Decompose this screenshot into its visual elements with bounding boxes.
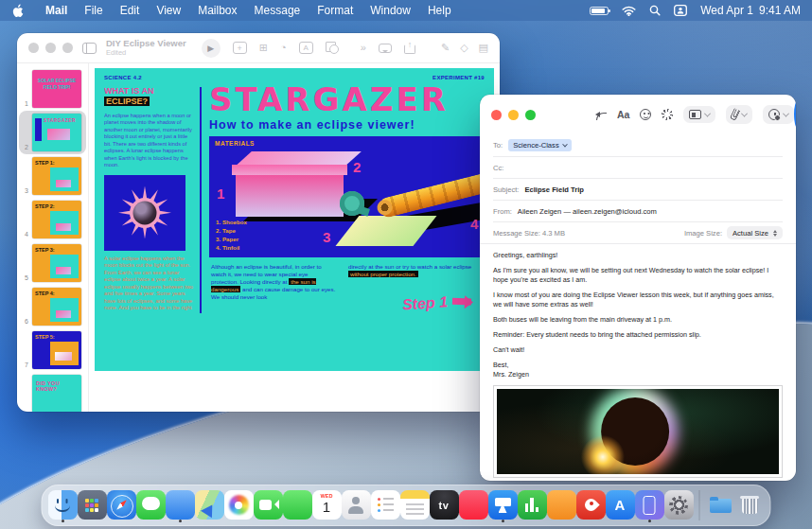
comment-icon[interactable] [379, 44, 392, 53]
slide-thumbnail-preview[interactable]: SOLAR ECLIPSE FIELD TRIP! [32, 70, 81, 108]
dock-app[interactable] [372, 489, 399, 521]
slide-thumbnail[interactable]: DID YOU KNOW? [19, 372, 86, 412]
slide-thumbnail-preview[interactable]: DID YOU KNOW? [32, 375, 81, 412]
keynote-window[interactable]: DIY Eclipse Viewer Edited ▶ + ⊞ ◔ A » ✎ … [17, 33, 500, 412]
battery-status[interactable] [590, 7, 609, 15]
dock-app[interactable] [49, 489, 77, 521]
shape-icon[interactable] [326, 42, 339, 54]
spotlight-search[interactable] [649, 5, 661, 16]
more-icon[interactable]: » [361, 43, 366, 53]
dock-app[interactable] [284, 489, 311, 521]
slide-title[interactable]: STARGAZER [209, 83, 485, 115]
menu-item[interactable]: File [76, 0, 111, 21]
cc-field[interactable]: Cc: [493, 156, 783, 178]
slide-thumbnail[interactable]: 5 STEP 3: [19, 241, 86, 285]
dock-app[interactable] [519, 489, 546, 521]
slide-thumbnail[interactable]: 4 STEP 2: [19, 198, 86, 241]
slide-thumbnail[interactable]: 3 STEP 1: [19, 154, 86, 198]
add-slide-button[interactable]: + [233, 42, 247, 54]
dock-app[interactable]: Wed 1 [313, 489, 341, 521]
sun-illustration-box[interactable] [104, 175, 185, 251]
menu-item[interactable]: Mailbox [189, 0, 245, 21]
attach-button[interactable] [726, 105, 752, 124]
animate-icon[interactable]: ◇ [460, 43, 468, 53]
zoom-button[interactable] [62, 43, 73, 53]
menu-item[interactable]: Window [362, 0, 419, 21]
sidebar-toggle-icon[interactable] [82, 43, 97, 54]
materials-box[interactable]: MATERIALS 1234 [209, 136, 485, 257]
dock-app[interactable] [108, 489, 135, 521]
dock-app[interactable] [137, 489, 165, 521]
window-controls[interactable] [491, 110, 536, 120]
zoom-button[interactable] [525, 110, 536, 120]
slide-subtitle[interactable]: How to make an eclipse viewer! [209, 118, 485, 132]
menu-item[interactable]: Help [419, 0, 460, 21]
send-later-button[interactable] [763, 105, 794, 124]
photo-browser-button[interactable] [683, 106, 715, 123]
dock-app[interactable] [489, 489, 517, 521]
slide-editor[interactable]: SCIENCE 4.2 EXPERIMENT #19 WHAT IS AN EC… [95, 68, 494, 371]
close-button[interactable] [28, 43, 39, 53]
dock-app[interactable] [196, 489, 223, 521]
to-field[interactable]: To: Science-Class [493, 134, 783, 156]
dock-app[interactable] [548, 489, 575, 521]
dock-app[interactable] [636, 489, 663, 521]
dock-app[interactable] [665, 489, 693, 521]
message-body-editor[interactable]: Greetings, earthlings!As I'm sure you al… [480, 243, 796, 379]
minimize-button[interactable] [45, 43, 56, 53]
mail-compose-window[interactable]: Aa ↑ To: Science-Class Cc: Subject: Ecli… [480, 95, 796, 481]
dock-app[interactable] [707, 489, 734, 521]
format-button[interactable]: Aa [617, 109, 629, 120]
dock-app[interactable] [401, 489, 429, 521]
slide-navigator[interactable]: 1 SOLAR ECLIPSE FIELD TRIP! 2 STARGAZER … [17, 63, 89, 412]
close-button[interactable] [491, 110, 502, 120]
recipient-token[interactable]: Science-Class [508, 139, 572, 151]
menu-clock[interactable]: Wed Apr 1 9:41 AM [700, 4, 801, 17]
play-button[interactable]: ▶ [202, 39, 221, 58]
minimize-button[interactable] [508, 110, 519, 120]
markup-icon[interactable] [662, 109, 673, 120]
text-icon[interactable]: A [299, 42, 313, 54]
slide-thumbnail[interactable]: 6 STEP 4: [19, 285, 86, 328]
menu-item[interactable]: Message [246, 0, 309, 21]
slide-thumbnail[interactable]: 1 SOLAR ECLIPSE FIELD TRIP! [19, 67, 86, 111]
emoji-icon[interactable] [640, 109, 651, 120]
user-switch-menu[interactable] [674, 5, 687, 16]
slide-thumbnail-preview[interactable]: STEP 3: [32, 244, 81, 282]
menu-item-app[interactable]: Mail [37, 0, 76, 21]
menu-item[interactable]: Format [309, 0, 362, 21]
slide-left-column[interactable]: WHAT IS AN ECLIPSE? An eclipse happens w… [104, 83, 194, 313]
slide-thumbnail-preview[interactable]: STEP 2: [32, 201, 81, 238]
slide-thumbnail-preview[interactable]: STEP 1: [32, 157, 81, 195]
slide-thumbnail[interactable]: 2 STARGAZER [19, 111, 86, 154]
send-button[interactable]: ↑ [794, 101, 796, 128]
subject-field[interactable]: Subject: Eclipse Field Trip [493, 178, 783, 200]
slide-canvas[interactable]: SCIENCE 4.2 EXPERIMENT #19 WHAT IS AN EC… [89, 63, 500, 412]
apple-menu[interactable] [11, 4, 24, 18]
dock-app[interactable] [431, 489, 458, 521]
dock-app[interactable] [255, 489, 282, 521]
image-size-select[interactable]: Actual Size [727, 226, 783, 239]
slide-thumbnail[interactable]: 7 STEP 5: [19, 328, 86, 372]
undo-icon[interactable] [596, 113, 607, 120]
dock-app[interactable] [607, 489, 634, 521]
document-icon[interactable]: ▤ [479, 43, 488, 53]
from-field[interactable]: From: Aileen Zeigen — aileen.zeigen@iclo… [493, 200, 783, 221]
wifi-status[interactable] [622, 6, 636, 16]
dock-app[interactable] [577, 489, 605, 521]
window-controls[interactable] [28, 43, 73, 53]
dock-app[interactable] [79, 489, 106, 521]
slide-thumbnail-preview[interactable]: STEP 5: [32, 331, 81, 369]
eclipse-photo[interactable] [497, 389, 779, 474]
menu-item[interactable]: View [148, 0, 189, 21]
format-brush-icon[interactable]: ✎ [441, 43, 450, 53]
slide-thumbnail-preview[interactable]: STEP 4: [32, 288, 81, 326]
dock-app[interactable] [460, 489, 487, 521]
table-icon[interactable]: ⊞ [259, 43, 268, 53]
share-icon[interactable] [404, 43, 415, 54]
slide-right-column[interactable]: STARGAZER How to make an eclipse viewer!… [209, 83, 485, 313]
dock-app[interactable] [736, 489, 764, 521]
dock-app[interactable] [167, 489, 194, 521]
step-one-callout[interactable]: Step 1 [401, 291, 471, 313]
dock-app[interactable] [343, 489, 370, 521]
